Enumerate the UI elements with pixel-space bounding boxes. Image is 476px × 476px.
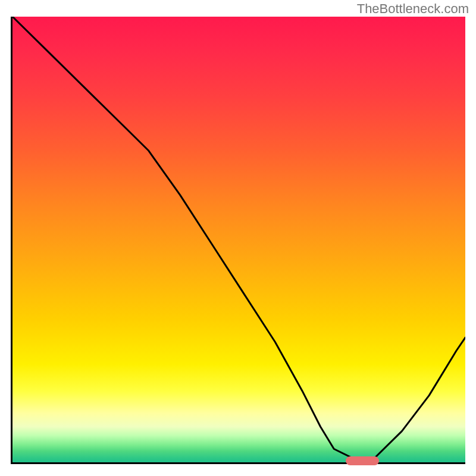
chart-plot-area	[11, 17, 465, 464]
watermark-text: TheBottleneck.com	[357, 1, 469, 17]
optimal-marker	[346, 456, 379, 465]
bottleneck-curve	[12, 17, 465, 462]
